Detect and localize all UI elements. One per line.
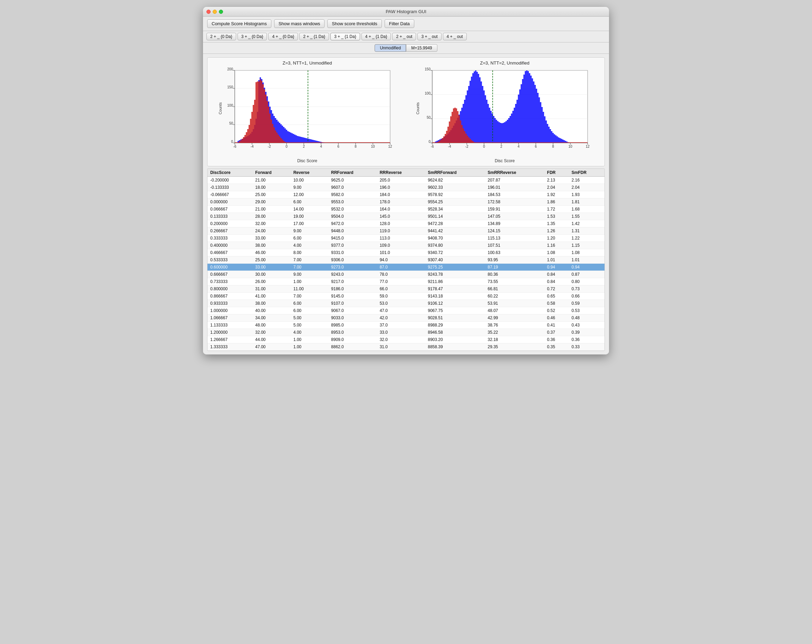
tab-3p0da[interactable]: 3 + _ {0 Da} <box>238 33 267 40</box>
tab-3pout[interactable]: 3 + _ out <box>417 33 441 40</box>
mass-windows-button[interactable]: Show mass windows <box>274 19 325 28</box>
table-cell: 1.53 <box>545 213 569 220</box>
chart-1-title: Z=3, NTT=1, Unmodified <box>282 60 332 66</box>
minimize-button[interactable] <box>213 10 217 14</box>
svg-rect-64 <box>293 134 294 143</box>
col-discscore: DiscScore <box>208 169 252 177</box>
chart-2-title: Z=3, NTT=2, Unmodified <box>480 60 529 66</box>
table-cell: 28.00 <box>252 213 290 220</box>
table-row[interactable]: 0.80000031.0011.009186.066.09178.4766.81… <box>208 285 604 293</box>
close-button[interactable] <box>206 10 211 14</box>
svg-text:-2: -2 <box>466 145 469 148</box>
svg-rect-230 <box>511 113 512 143</box>
table-cell: 32.18 <box>485 336 544 343</box>
table-row[interactable]: 0.26666724.009.009448.0119.09441.42124.1… <box>208 227 604 235</box>
tab-3p1da[interactable]: 3 + _ {1 Da} <box>330 33 360 40</box>
subtab-unmodified[interactable]: Unmodified <box>375 44 406 52</box>
toolbar: Compute Score Histograms Show mass windo… <box>203 17 609 31</box>
svg-rect-235 <box>518 95 519 143</box>
compute-button[interactable]: Compute Score Histograms <box>207 19 271 28</box>
svg-rect-115 <box>257 81 258 143</box>
table-cell: 9243.0 <box>328 271 377 278</box>
svg-rect-287 <box>457 111 458 143</box>
table-cell: 9578.92 <box>425 191 485 198</box>
table-cell: 5.00 <box>291 322 328 329</box>
table-row[interactable]: 0.00000029.006.009553.0178.09554.25172.5… <box>208 198 604 206</box>
table-row[interactable]: 0.33333333.006.009415.0113.09408.70115.1… <box>208 235 604 242</box>
table-row[interactable]: 1.33333347.001.008862.031.08858.3929.350… <box>208 343 604 351</box>
table-row[interactable]: 0.13333328.0019.009504.0145.09501.14147.… <box>208 213 604 220</box>
table-row[interactable]: 0.66666730.009.009243.078.09243.7880.360… <box>208 271 604 278</box>
tab-4p0da[interactable]: 4 + _ {0 Da} <box>268 33 298 40</box>
table-cell: 1.35 <box>545 220 569 227</box>
tab-2pout[interactable]: 2 + _ out <box>392 33 416 40</box>
table-cell: 0.87 <box>569 271 604 278</box>
svg-rect-67 <box>297 136 298 143</box>
svg-rect-278 <box>445 134 446 143</box>
table-row[interactable]: -0.20000021.0010.009625.0205.09624.82207… <box>208 177 604 184</box>
table-cell: 7.00 <box>291 256 328 264</box>
table-row[interactable]: 1.26666744.001.008909.032.08903.2032.180… <box>208 336 604 343</box>
data-table[interactable]: DiscScore Forward Reverse RRForward RRRe… <box>207 168 605 351</box>
table-row[interactable]: 1.06666734.005.009033.042.09028.5142.990… <box>208 314 604 322</box>
table-cell: 53.0 <box>377 300 425 307</box>
table-row[interactable]: 1.20000032.004.008953.033.08946.5835.220… <box>208 329 604 336</box>
svg-rect-229 <box>510 116 511 143</box>
table-row[interactable]: 0.93333338.006.009107.053.09106.1253.910… <box>208 300 604 307</box>
table-row[interactable]: 0.20000032.0017.009472.0128.09472.28134.… <box>208 220 604 227</box>
table-row[interactable]: 0.60000033.007.009273.087.09275.2587.190… <box>208 264 604 271</box>
score-thresholds-button[interactable]: Show score thresholds <box>327 19 382 28</box>
svg-rect-263 <box>557 136 558 143</box>
chart-area: Z=3, NTT=1, Unmodified 0 50 100 150 200 <box>207 57 605 166</box>
svg-rect-69 <box>300 137 301 143</box>
svg-rect-296 <box>470 139 471 143</box>
table-cell: 9331.0 <box>328 249 377 256</box>
table-cell: 2.16 <box>569 177 604 184</box>
subtab-mplus[interactable]: M+15.9949 <box>406 44 437 52</box>
table-cell: 8988.29 <box>425 322 485 329</box>
svg-rect-280 <box>447 127 449 143</box>
table-cell: 1.22 <box>569 235 604 242</box>
table-row[interactable]: 1.00000040.006.009067.047.09067.7548.070… <box>208 307 604 314</box>
table-row[interactable]: 1.13333348.005.008985.037.08988.2938.760… <box>208 322 604 329</box>
table-row[interactable]: -0.06666725.0012.009582.0184.09578.92184… <box>208 191 604 198</box>
tab-2p0da[interactable]: 2 + _ {0 Da} <box>206 33 236 40</box>
svg-text:-4: -4 <box>251 145 254 148</box>
svg-rect-128 <box>275 130 276 143</box>
table-cell: 1.15 <box>569 242 604 249</box>
chart-1-svg: 0 50 100 150 200 Counts <box>210 67 404 158</box>
table-cell: 2.04 <box>545 184 569 191</box>
table-cell: 1.266667 <box>208 336 252 343</box>
table-row[interactable]: 0.06666721.0014.009532.0164.09528.34159.… <box>208 206 604 213</box>
table-cell: 196.01 <box>485 184 544 191</box>
table-row[interactable]: 0.86666741.007.009145.059.09143.1860.220… <box>208 293 604 300</box>
table-row[interactable]: 0.46666746.008.009331.0101.09340.72100.6… <box>208 249 604 256</box>
filter-data-button[interactable]: Filter Data <box>385 19 414 28</box>
table-row[interactable]: 0.53333325.007.009306.094.09307.4093.951… <box>208 256 604 264</box>
svg-rect-232 <box>514 108 515 143</box>
table-cell: 8946.58 <box>425 329 485 336</box>
table-cell: 0.41 <box>545 322 569 329</box>
svg-rect-110 <box>250 119 251 143</box>
tab-4pout[interactable]: 4 + _ out <box>443 33 467 40</box>
table-cell: 1.42 <box>569 220 604 227</box>
svg-rect-127 <box>273 127 275 143</box>
table-cell: 1.333333 <box>208 343 252 351</box>
col-reverse: Reverse <box>291 169 328 177</box>
table-cell: 35.22 <box>485 329 544 336</box>
svg-rect-109 <box>249 125 250 143</box>
svg-rect-260 <box>553 133 554 143</box>
table-cell: 9.00 <box>291 271 328 278</box>
table-row[interactable]: -0.13333318.009.009607.0196.09602.33196.… <box>208 184 604 191</box>
svg-rect-112 <box>253 105 254 143</box>
table-row[interactable]: 0.40000038.004.009377.0109.09374.80107.5… <box>208 242 604 249</box>
table-cell: 0.53 <box>569 307 604 314</box>
table-cell: 26.00 <box>252 278 290 285</box>
table-cell: 9273.0 <box>328 264 377 271</box>
tab-4p1da[interactable]: 4 + _ {1 Da} <box>362 33 391 40</box>
table-cell: 11.00 <box>291 285 328 293</box>
maximize-button[interactable] <box>219 10 223 14</box>
table-row[interactable]: 0.73333326.001.009217.077.09211.8673.550… <box>208 278 604 285</box>
tab-2p1da[interactable]: 2 + _ {1 Da} <box>299 33 329 40</box>
table-cell: 0.39 <box>569 329 604 336</box>
